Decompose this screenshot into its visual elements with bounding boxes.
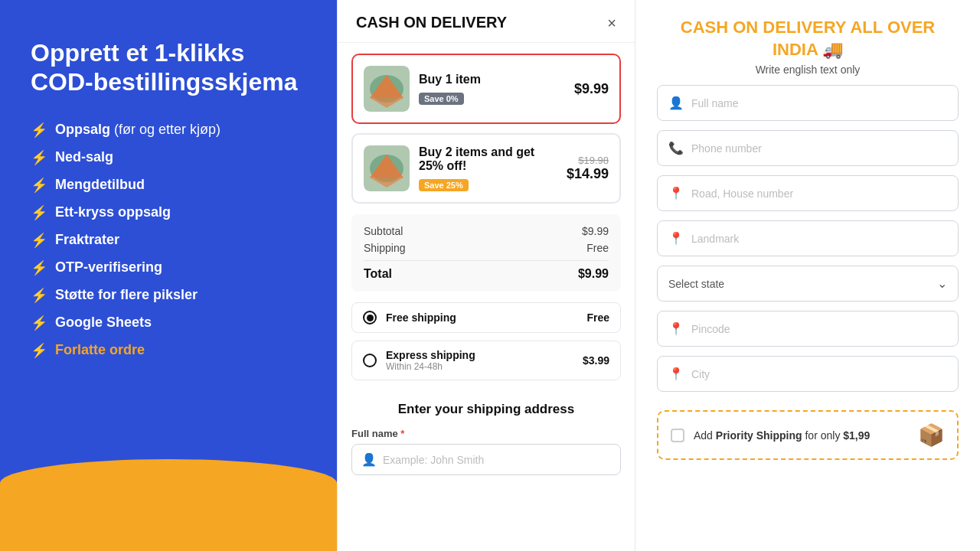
right-pincode-input[interactable] (691, 323, 947, 335)
phone-icon: 📞 (668, 141, 684, 155)
summary-shipping-row: Shipping Free (364, 242, 609, 254)
shipping-name-express: Express shipping (386, 349, 573, 361)
full-name-input-wrapper: 👤 (351, 444, 621, 475)
save-badge-2: Save 25% (419, 179, 469, 191)
right-city-row: 📍 (657, 356, 959, 392)
middle-panel: CASH ON DELIVERY × Buy 1 item Save 0% $9… (337, 0, 635, 551)
shipping-label: Shipping (364, 242, 406, 254)
feature-upsell: ⚡ Oppsalg (før og etter kjøp) (31, 122, 306, 139)
priority-shipping-box[interactable]: Add Priority Shipping for only $1,99 📦 (657, 410, 959, 460)
shipping-options: Free shipping Free Express shipping With… (338, 292, 635, 391)
bolt-icon: ⚡ (31, 232, 47, 249)
cod-header: CASH ON DELIVERY ALL OVER INDIA 🚚 Write … (657, 0, 959, 85)
location-icon: 📍 (668, 186, 684, 201)
bolt-icon: ⚡ (31, 287, 47, 304)
feature-label: Fraktrater (55, 232, 119, 248)
feature-google-sheets: ⚡ Google Sheets (31, 315, 306, 331)
shipping-option-free[interactable]: Free shipping Free (351, 302, 621, 333)
modal-header: CASH ON DELIVERY × (338, 0, 635, 43)
feature-label: OTP-verifisering (55, 259, 162, 276)
bolt-icon: ⚡ (31, 204, 47, 221)
feature-label: Ned-salg (55, 149, 113, 165)
feature-label: Oppsalg (før og etter kjøp) (55, 122, 220, 138)
product-name-1: Buy 1 item (419, 73, 565, 86)
feature-label: Forlatte ordre (55, 342, 145, 358)
feature-bundle: ⚡ Mengdetilbud (31, 177, 306, 194)
shipping-price-express: $3.99 (583, 354, 609, 367)
full-name-input[interactable] (383, 454, 611, 466)
feature-label: Støtte for flere piksler (55, 287, 198, 303)
modal-title: CASH ON DELIVERY (356, 14, 507, 31)
bolt-icon: ⚡ (31, 259, 47, 276)
right-road-row: 📍 (657, 175, 959, 211)
right-landmark-input[interactable] (691, 233, 947, 245)
product-cards: Buy 1 item Save 0% $9.99 Buy 2 items and… (338, 43, 635, 214)
feature-otp: ⚡ OTP-verifisering (31, 259, 306, 276)
summary-subtotal-row: Subtotal $9.99 (364, 225, 609, 237)
bolt-icon: ⚡ (31, 122, 47, 139)
location-icon: 📍 (668, 367, 684, 381)
bolt-icon: ⚡ (31, 177, 47, 194)
priority-checkbox[interactable] (671, 429, 684, 442)
feature-shipping: ⚡ Fraktrater (31, 232, 306, 249)
location-icon: 📍 (668, 231, 684, 246)
subtotal-value: $9.99 (582, 225, 609, 237)
close-button[interactable]: × (607, 15, 616, 31)
feature-label: Ett-kryss oppsalg (55, 204, 171, 220)
feature-label: Mengdetilbud (55, 177, 145, 193)
right-road-input[interactable] (691, 187, 947, 200)
subtotal-label: Subtotal (364, 225, 403, 237)
feature-one-click: ⚡ Ett-kryss oppsalg (31, 204, 306, 221)
save-badge-1: Save 0% (419, 93, 464, 105)
orange-wave (0, 459, 337, 551)
shipping-option-express[interactable]: Express shipping Within 24-48h $3.99 (351, 341, 621, 380)
old-price-2: $19.98 (567, 155, 609, 166)
radio-free (363, 311, 377, 324)
product-price-2: $14.99 (567, 166, 609, 182)
product-info-1: Buy 1 item Save 0% (419, 73, 565, 105)
person-icon: 👤 (668, 96, 684, 110)
state-select[interactable]: Select state Andhra Pradesh Delhi Gujara… (668, 278, 937, 290)
person-icon: 👤 (361, 452, 377, 467)
left-panel: Opprett et 1-klikks COD-bestillingsskjem… (0, 0, 337, 551)
product-price-1: $9.99 (574, 81, 609, 97)
product-card-buy1[interactable]: Buy 1 item Save 0% $9.99 (351, 54, 621, 124)
chevron-down-icon: ⌄ (937, 276, 947, 291)
right-fullname-input[interactable] (691, 97, 947, 109)
cod-title: CASH ON DELIVERY ALL OVER INDIA 🚚 (657, 17, 959, 60)
feature-pixels: ⚡ Støtte for flere piksler (31, 287, 306, 304)
location-icon: 📍 (668, 321, 684, 336)
right-fullname-row: 👤 (657, 85, 959, 121)
right-phone-input[interactable] (691, 142, 947, 155)
product-card-buy2[interactable]: Buy 2 items and get 25% off! Save 25% $1… (351, 133, 621, 204)
full-name-label: Full name * (351, 428, 621, 439)
main-title: Opprett et 1-klikks COD-bestillingsskjem… (31, 38, 306, 97)
shipping-info-express: Express shipping Within 24-48h (386, 349, 573, 372)
bolt-icon: ⚡ (31, 149, 47, 166)
address-section: Enter your shipping address Full name * … (338, 391, 635, 491)
right-form-fields: 👤 📞 📍 📍 Select state Andhra Pradesh Delh… (657, 85, 959, 404)
shipping-price-free: Free (586, 311, 609, 324)
bolt-icon: ⚡ (31, 342, 47, 359)
right-phone-row: 📞 (657, 130, 959, 166)
total-value: $9.99 (578, 267, 609, 281)
radio-express (363, 354, 377, 367)
right-panel: CASH ON DELIVERY ALL OVER INDIA 🚚 Write … (635, 0, 980, 551)
bolt-icon: ⚡ (31, 315, 47, 331)
product-name-2: Buy 2 items and get 25% off! (419, 145, 557, 173)
right-city-input[interactable] (691, 368, 947, 380)
shipping-value: Free (586, 242, 609, 254)
cod-subtitle: Write english text only (657, 64, 959, 76)
right-pincode-row: 📍 (657, 311, 959, 347)
package-icon: 📦 (918, 422, 945, 448)
priority-text: Add Priority Shipping for only $1,99 (694, 429, 909, 442)
total-label: Total (364, 267, 392, 281)
product-image-2 (364, 145, 410, 191)
feature-abandoned: ⚡ Forlatte ordre (31, 342, 306, 359)
right-landmark-row: 📍 (657, 220, 959, 256)
feature-label: Google Sheets (55, 315, 152, 331)
required-marker: * (400, 428, 404, 439)
shipping-sub-express: Within 24-48h (386, 361, 573, 372)
product-image-1 (364, 66, 410, 112)
order-summary: Subtotal $9.99 Shipping Free Total $9.99 (351, 214, 621, 292)
